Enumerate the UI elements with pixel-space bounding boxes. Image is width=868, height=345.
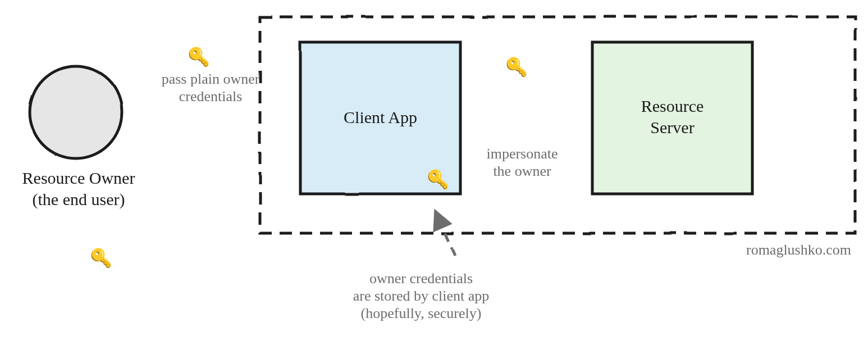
arrow1-label-l2: credentials (179, 88, 243, 105)
resource-owner-node (30, 66, 122, 158)
arrow1-label: pass plain owner credentials (143, 70, 278, 105)
storage-note: owner credentials are stored by client a… (314, 270, 528, 323)
key-icon: 🔑 (188, 46, 210, 67)
key-icon: 🔑 (505, 56, 528, 78)
arrow2-label-l2: the owner (493, 163, 551, 179)
key-icon: 🔑 (427, 169, 449, 190)
key-icon: 🔑 (90, 247, 112, 269)
arrow2-label: impersonate the owner (466, 145, 578, 180)
client-app-label: Client App (300, 107, 460, 128)
storage-note-l2: are stored by client app (353, 288, 490, 304)
storage-note-l1: owner credentials (369, 270, 473, 287)
arrow2-label-l1: impersonate (486, 146, 558, 162)
resource-owner-label: Resource Owner (the end user) (6, 167, 152, 210)
resource-owner-label-l2: (the end user) (33, 190, 125, 208)
resource-owner-label-l1: Resource Owner (22, 169, 135, 187)
resource-server-label: Resource Server (592, 96, 752, 138)
storage-note-l3: (hopefully, securely) (361, 305, 482, 321)
resource-server-label-l1: Resource (641, 97, 704, 115)
arrow1-label-l1: pass plain owner (162, 71, 260, 87)
credit-label: romaglushko.com (746, 242, 851, 258)
resource-server-label-l2: Server (650, 118, 694, 137)
